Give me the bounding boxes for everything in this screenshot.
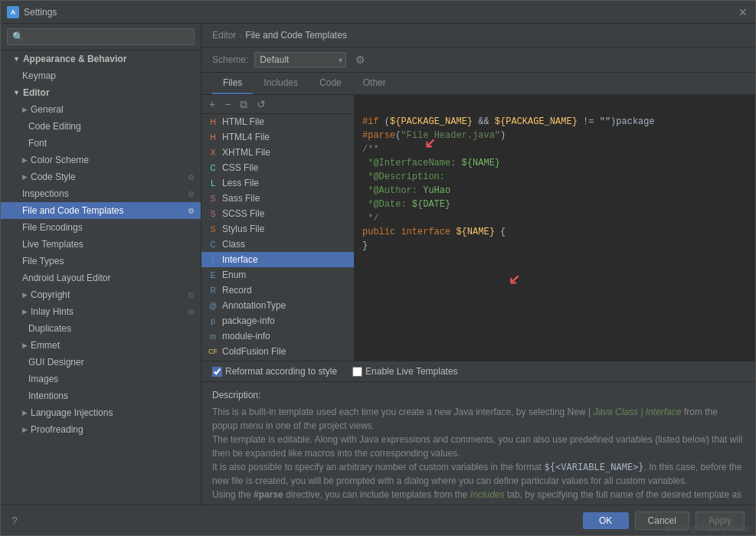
list-item[interactable]: S SCSS File bbox=[201, 206, 354, 221]
settings-icon: ⚙ bbox=[188, 207, 195, 215]
reset-template-button[interactable]: ↺ bbox=[254, 98, 269, 110]
list-item[interactable]: C CSS File bbox=[201, 160, 354, 175]
expand-icon: ▶ bbox=[22, 342, 28, 349]
file-item-label: Class bbox=[222, 239, 245, 250]
sidebar-item-language-injections[interactable]: ▶ Language Injections bbox=[1, 404, 201, 421]
list-item-interface[interactable]: I Interface bbox=[201, 252, 354, 267]
code-editor[interactable]: #if (${PACKAGE_NAME} && ${PACKAGE_NAME} … bbox=[355, 95, 755, 361]
file-list: H HTML File H HTML4 File X XHTML File bbox=[201, 114, 354, 361]
sidebar-item-label: Copyright bbox=[31, 289, 70, 300]
sidebar-item-label: Images bbox=[28, 374, 58, 384]
list-item[interactable]: CF ColdFusion File bbox=[201, 344, 354, 359]
tab-other[interactable]: Other bbox=[352, 73, 397, 94]
main-panel: Editor › File and Code Templates Scheme:… bbox=[201, 24, 755, 505]
list-item[interactable]: p package-info bbox=[201, 313, 354, 328]
list-item[interactable]: @ AnnotationType bbox=[201, 298, 354, 313]
scheme-gear-button[interactable]: ⚙ bbox=[352, 52, 368, 67]
expand-icon: ▼ bbox=[13, 89, 20, 96]
sidebar-item-label: Code Editing bbox=[28, 121, 81, 132]
scheme-select[interactable]: Default Project bbox=[254, 52, 346, 67]
sidebar-item-label: Proofreading bbox=[31, 424, 83, 435]
list-item[interactable]: S Stylus File bbox=[201, 221, 354, 237]
xhtml-icon: X bbox=[208, 147, 218, 158]
stylus-icon: S bbox=[208, 224, 218, 234]
close-button[interactable]: ✕ bbox=[737, 6, 749, 18]
expand-icon: ▶ bbox=[22, 291, 28, 299]
annotation-icon: @ bbox=[208, 300, 218, 311]
package-info-icon: p bbox=[208, 315, 218, 326]
footer-bar: ? OK Cancel Apply bbox=[1, 505, 755, 535]
sidebar-item-file-encodings[interactable]: File Encodings bbox=[1, 219, 201, 236]
checkbox-row: Reformat according to style Enable Live … bbox=[201, 361, 755, 382]
file-item-label: AnnotationType bbox=[222, 300, 286, 311]
expand-icon: ▶ bbox=[22, 409, 28, 417]
sidebar-item-proofreading[interactable]: ▶ Proofreading bbox=[1, 421, 201, 438]
sidebar-item-label: Duplicates bbox=[28, 323, 71, 334]
sidebar-item-label: File Types bbox=[22, 256, 64, 266]
expand-icon: ▶ bbox=[22, 173, 28, 181]
breadcrumb-current: File and Code Templates bbox=[245, 30, 347, 41]
sidebar-item-code-style[interactable]: ▶ Code Style ⚙ bbox=[1, 168, 201, 185]
list-item[interactable]: S Sass File bbox=[201, 191, 354, 206]
sidebar-item-inlay-hints[interactable]: ▶ Inlay Hints ⚙ bbox=[1, 303, 201, 320]
sidebar-item-label: File and Code Templates bbox=[22, 205, 124, 216]
description-text: This is a built-in template used each ti… bbox=[212, 405, 745, 505]
sidebar-item-label: Editor bbox=[23, 87, 50, 98]
reformat-checkbox[interactable] bbox=[212, 367, 222, 377]
record-icon: R bbox=[208, 285, 218, 296]
sidebar-item-appearance[interactable]: ▼ Appearance & Behavior bbox=[1, 51, 201, 67]
list-item[interactable]: H HTML4 File bbox=[201, 129, 354, 145]
enable-live-checkbox-label[interactable]: Enable Live Templates bbox=[352, 366, 458, 377]
list-item[interactable]: R Record bbox=[201, 283, 354, 298]
list-item[interactable]: X XHTML File bbox=[201, 145, 354, 160]
sidebar-item-keymap[interactable]: Keymap bbox=[1, 67, 201, 84]
sidebar-item-label: File Encodings bbox=[22, 222, 83, 233]
scheme-label: Scheme: bbox=[212, 54, 248, 65]
sidebar-item-general[interactable]: ▶ General bbox=[1, 101, 201, 118]
sidebar-item-font[interactable]: Font bbox=[1, 135, 201, 152]
list-item[interactable]: H HTML File bbox=[201, 114, 354, 129]
sidebar-item-code-editing[interactable]: Code Editing bbox=[1, 118, 201, 135]
sidebar-item-label: Color Scheme bbox=[31, 155, 89, 165]
sidebar-item-copyright[interactable]: ▶ Copyright ⚙ bbox=[1, 286, 201, 303]
list-item[interactable]: m module-info bbox=[201, 328, 354, 344]
module-info-icon: m bbox=[208, 331, 218, 342]
sidebar-item-live-templates[interactable]: Live Templates bbox=[1, 236, 201, 253]
breadcrumb: Editor › File and Code Templates bbox=[201, 24, 755, 47]
file-item-label: Record bbox=[222, 285, 252, 296]
app-icon: A bbox=[7, 6, 19, 18]
list-item[interactable]: L Less File bbox=[201, 175, 354, 191]
sidebar-item-color-scheme[interactable]: ▶ Color Scheme bbox=[1, 152, 201, 168]
css-icon: C bbox=[208, 162, 218, 173]
sidebar-item-emmet[interactable]: ▶ Emmet bbox=[1, 337, 201, 354]
enable-live-checkbox[interactable] bbox=[352, 367, 362, 377]
reformat-checkbox-label[interactable]: Reformat according to style bbox=[212, 366, 337, 377]
copy-template-button[interactable]: ⧉ bbox=[237, 98, 250, 110]
tab-code[interactable]: Code bbox=[309, 73, 352, 94]
file-item-label: XHTML File bbox=[222, 147, 270, 158]
tab-includes[interactable]: Includes bbox=[253, 73, 309, 94]
tab-files[interactable]: Files bbox=[212, 73, 253, 94]
breadcrumb-separator: › bbox=[239, 30, 242, 41]
interface-icon: I bbox=[208, 254, 218, 265]
ok-button[interactable]: OK bbox=[583, 512, 629, 529]
list-item[interactable]: C Class bbox=[201, 237, 354, 252]
sidebar-item-intentions[interactable]: Intentions bbox=[1, 387, 201, 404]
file-item-label: Interface bbox=[222, 254, 258, 265]
sidebar-item-images[interactable]: Images bbox=[1, 371, 201, 387]
sidebar-item-file-types[interactable]: File Types bbox=[1, 253, 201, 270]
sidebar-item-label: Inspections bbox=[22, 188, 69, 199]
content-area: ▼ Appearance & Behavior Keymap ▼ Editor … bbox=[1, 24, 755, 505]
list-item[interactable]: E Enum bbox=[201, 267, 354, 283]
sidebar-item-editor[interactable]: ▼ Editor bbox=[1, 84, 201, 101]
add-template-button[interactable]: + bbox=[206, 98, 218, 110]
remove-template-button[interactable]: − bbox=[221, 98, 234, 110]
search-input[interactable] bbox=[7, 28, 195, 45]
sidebar-item-gui-designer[interactable]: GUI Designer bbox=[1, 354, 201, 371]
sidebar-item-file-code-templates[interactable]: File and Code Templates ⚙ bbox=[1, 202, 201, 219]
sidebar-item-inspections[interactable]: Inspections ⚙ bbox=[1, 185, 201, 202]
sidebar-item-duplicates[interactable]: Duplicates bbox=[1, 320, 201, 337]
help-button[interactable]: ? bbox=[11, 515, 18, 527]
sidebar-item-label: Appearance & Behavior bbox=[23, 54, 126, 64]
sidebar-item-android-layout[interactable]: Android Layout Editor bbox=[1, 270, 201, 286]
